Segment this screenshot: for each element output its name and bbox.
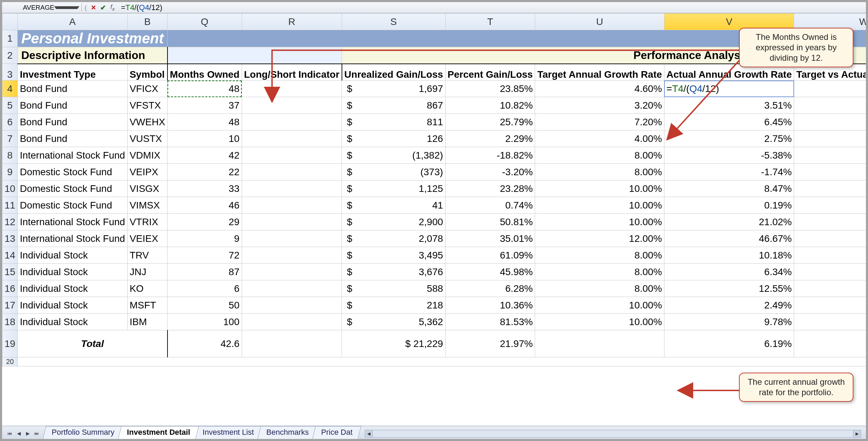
enter-icon[interactable]: ✔: [100, 3, 106, 12]
rowhdr-18[interactable]: 18: [2, 314, 18, 330]
cell-actual-rate[interactable]: 6.34%: [664, 264, 794, 280]
total-unrealized[interactable]: $ 21,229: [342, 330, 445, 357]
cell-percent[interactable]: 10.82%: [445, 97, 535, 114]
cell-actual-rate[interactable]: 6.45%: [664, 114, 794, 130]
cell-percent[interactable]: -18.82%: [445, 147, 535, 164]
cell-target-rate[interactable]: 10.00%: [535, 197, 664, 214]
total-r[interactable]: [242, 330, 342, 357]
cell-investment-type[interactable]: Individual Stock: [18, 280, 128, 297]
rowhdr-10[interactable]: 10: [2, 180, 18, 197]
cell-long-short[interactable]: [242, 97, 342, 114]
cell-target-vs-actual[interactable]: 2.18%: [794, 247, 866, 264]
rowhdr-9[interactable]: 9: [2, 164, 18, 180]
cell-investment-type[interactable]: Domestic Stock Fund: [18, 164, 128, 180]
total-percent[interactable]: 21.97%: [445, 330, 535, 357]
cell-percent[interactable]: 23.85%: [445, 80, 535, 97]
cell-target-vs-actual[interactable]: -9.74%: [794, 164, 866, 180]
cell-percent[interactable]: 61.09%: [445, 247, 535, 264]
cell-long-short[interactable]: [242, 147, 342, 164]
tab-last-icon[interactable]: ⏭: [33, 430, 41, 437]
cell-investment-type[interactable]: Individual Stock: [18, 297, 128, 314]
cell-target-vs-actual[interactable]: -0.22%: [794, 314, 866, 330]
cell-target-vs-actual[interactable]: 0.31%: [794, 97, 866, 114]
cell-unrealized[interactable]: $811: [342, 114, 445, 130]
sheet-tab[interactable]: Portfolio Summary: [43, 426, 123, 439]
cell-percent[interactable]: 45.98%: [445, 264, 535, 280]
cell-long-short[interactable]: [242, 130, 342, 147]
col-Q[interactable]: Q: [167, 14, 242, 30]
cell-long-short[interactable]: [242, 297, 342, 314]
cell-target-rate[interactable]: 7.20%: [535, 114, 664, 130]
cell-unrealized[interactable]: $126: [342, 130, 445, 147]
col-U[interactable]: U: [535, 14, 664, 30]
cell-unrealized[interactable]: $3,495: [342, 247, 445, 264]
cell-target-rate[interactable]: 10.00%: [535, 214, 664, 230]
col-B[interactable]: B: [127, 14, 167, 30]
cell-unrealized[interactable]: $ (373): [342, 164, 445, 180]
name-box[interactable]: AVERAGE: [2, 4, 82, 11]
tab-prev-icon[interactable]: ◀: [15, 430, 23, 437]
cell-months-owned[interactable]: 46: [167, 197, 242, 214]
rowhdr-15[interactable]: 15: [2, 264, 18, 280]
rowhdr-6[interactable]: 6: [2, 114, 18, 130]
cell-symbol[interactable]: VWEHX: [127, 114, 167, 130]
cell-target-rate[interactable]: 10.00%: [535, 180, 664, 197]
cell-months-owned[interactable]: 87: [167, 264, 242, 280]
rowhdr-5[interactable]: 5: [2, 97, 18, 114]
cell-target-vs-actual[interactable]: 11.02%: [794, 214, 866, 230]
total-u[interactable]: [535, 330, 664, 357]
cell-actual-rate[interactable]: 12.55%: [664, 280, 794, 297]
cell-symbol[interactable]: IBM: [127, 314, 167, 330]
cell-long-short[interactable]: [242, 314, 342, 330]
cell-target-rate[interactable]: 8.00%: [535, 147, 664, 164]
cell-investment-type[interactable]: Domestic Stock Fund: [18, 180, 128, 197]
cell-target-rate[interactable]: 12.00%: [535, 230, 664, 247]
col-R[interactable]: R: [242, 14, 342, 30]
col-A[interactable]: A: [18, 14, 128, 30]
cell-months-owned[interactable]: 100: [167, 314, 242, 330]
cell-symbol[interactable]: VUSTX: [127, 130, 167, 147]
cell-target-rate[interactable]: 10.00%: [535, 314, 664, 330]
tab-next-icon[interactable]: ▶: [24, 430, 32, 437]
sheet-tab[interactable]: Investment Detail: [118, 426, 199, 439]
cell-percent[interactable]: 25.79%: [445, 114, 535, 130]
cell-long-short[interactable]: [242, 197, 342, 214]
cell-actual-rate[interactable]: 0.19%: [664, 197, 794, 214]
cell-long-short[interactable]: [242, 114, 342, 130]
total-w[interactable]: [794, 330, 866, 357]
cell-symbol[interactable]: VIMSX: [127, 197, 167, 214]
cell-unrealized[interactable]: $867: [342, 97, 445, 114]
cell-months-owned[interactable]: 72: [167, 247, 242, 264]
cell-target-vs-actual[interactable]: -0.75%: [794, 114, 866, 130]
rowhdr-2[interactable]: 2: [2, 47, 18, 64]
cell-unrealized[interactable]: $2,900: [342, 214, 445, 230]
cell-actual-rate[interactable]: 2.75%: [664, 130, 794, 147]
rowhdr-1[interactable]: 1: [2, 30, 18, 47]
cell-actual-rate[interactable]: 21.02%: [664, 214, 794, 230]
sheet-tab[interactable]: Benchmarks: [257, 426, 318, 439]
total-actual[interactable]: 6.19%: [664, 330, 794, 357]
cell-investment-type[interactable]: Bond Fund: [18, 130, 128, 147]
cell-target-vs-actual[interactable]: -1.25%: [794, 130, 866, 147]
cell-symbol[interactable]: VDMIX: [127, 147, 167, 164]
cell-percent[interactable]: 81.53%: [445, 314, 535, 330]
rowhdr-17[interactable]: 17: [2, 297, 18, 314]
cell-target-vs-actual[interactable]: -1.53%: [794, 180, 866, 197]
cell-unrealized[interactable]: $218: [342, 297, 445, 314]
cell-unrealized[interactable]: $(1,382): [342, 147, 445, 164]
cell-actual-rate[interactable]: -5.38%: [664, 147, 794, 164]
cell-target-vs-actual[interactable]: 1.36%: [794, 80, 866, 97]
rowhdr-19[interactable]: 19: [2, 330, 18, 357]
rowhdr-8[interactable]: 8: [2, 147, 18, 164]
rowhdr-12[interactable]: 12: [2, 214, 18, 230]
cell-percent[interactable]: -3.20%: [445, 164, 535, 180]
cell-percent[interactable]: 23.28%: [445, 180, 535, 197]
scroll-left-icon[interactable]: ◀: [365, 430, 373, 437]
cell-percent[interactable]: 50.81%: [445, 214, 535, 230]
cell-investment-type[interactable]: Bond Fund: [18, 114, 128, 130]
spreadsheet-grid[interactable]: A B Q R S T U V W X 1 Personal Investmen…: [2, 13, 866, 426]
cell-target-rate[interactable]: 8.00%: [535, 164, 664, 180]
cell-long-short[interactable]: [242, 164, 342, 180]
cancel-icon[interactable]: ✕: [91, 4, 96, 11]
dropdown-icon[interactable]: [54, 6, 79, 9]
